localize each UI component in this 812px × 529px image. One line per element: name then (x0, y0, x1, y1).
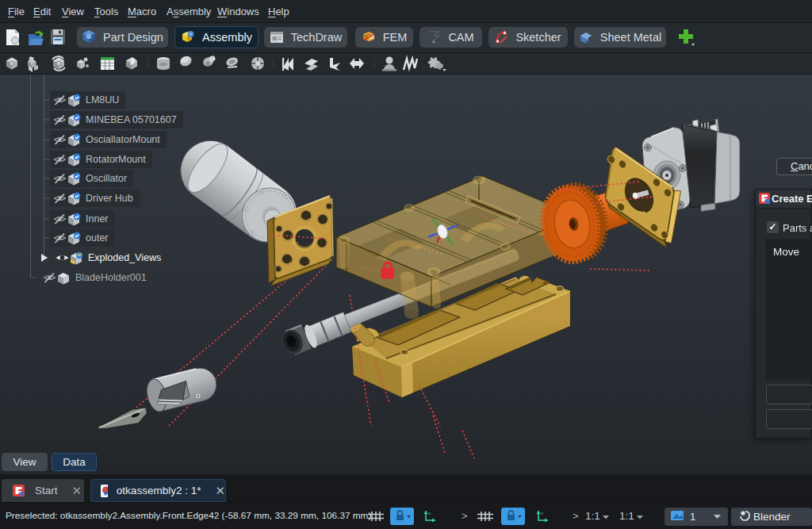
svg-text:1:1: 1:1 (619, 510, 634, 522)
svg-text:1:1: 1:1 (585, 510, 600, 522)
svg-text:>: > (462, 510, 468, 522)
svg-text:>: > (573, 510, 579, 522)
svg-text:1: 1 (690, 511, 695, 523)
svg-text:Blender: Blender (753, 511, 791, 523)
